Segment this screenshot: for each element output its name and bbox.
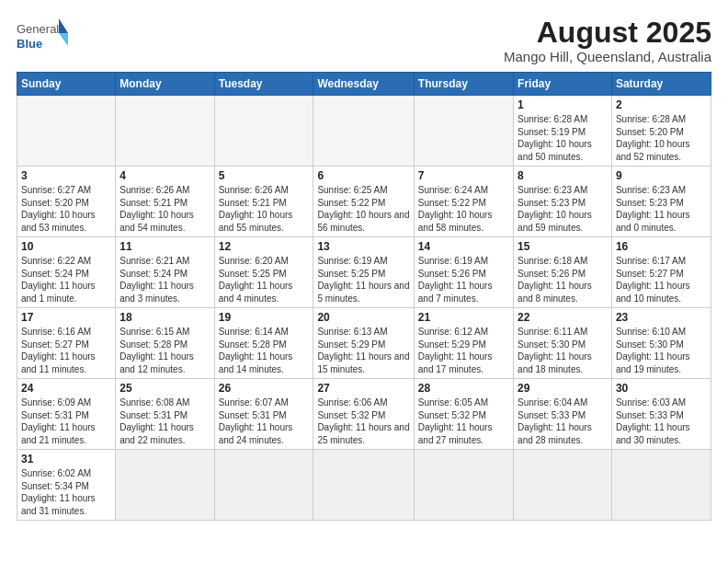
table-row: 23Sunrise: 6:10 AM Sunset: 5:30 PM Dayli… <box>611 308 711 379</box>
table-row <box>17 96 116 167</box>
table-row: 17Sunrise: 6:16 AM Sunset: 5:27 PM Dayli… <box>17 308 116 379</box>
generalblue-logo-icon: General Blue <box>17 17 68 55</box>
day-info: Sunrise: 6:24 AM Sunset: 5:22 PM Dayligh… <box>418 184 509 234</box>
day-info: Sunrise: 6:25 AM Sunset: 5:22 PM Dayligh… <box>317 184 409 234</box>
day-number: 5 <box>219 169 310 182</box>
table-row: 29Sunrise: 6:04 AM Sunset: 5:33 PM Dayli… <box>514 379 612 450</box>
logo: General Blue <box>17 17 68 55</box>
day-info: Sunrise: 6:21 AM Sunset: 5:24 PM Dayligh… <box>119 255 210 304</box>
title-block: August 2025 Mango Hill, Queensland, Aust… <box>504 17 711 64</box>
day-info: Sunrise: 6:08 AM Sunset: 5:31 PM Dayligh… <box>119 396 210 446</box>
day-number: 30 <box>616 382 707 395</box>
table-row: 20Sunrise: 6:13 AM Sunset: 5:29 PM Dayli… <box>313 308 414 379</box>
table-row: 6Sunrise: 6:25 AM Sunset: 5:22 PM Daylig… <box>313 167 414 237</box>
table-row: 3Sunrise: 6:27 AM Sunset: 5:20 PM Daylig… <box>17 167 116 237</box>
day-number: 8 <box>518 169 608 182</box>
day-number: 2 <box>616 98 707 111</box>
calendar-week-row: 31Sunrise: 6:02 AM Sunset: 5:34 PM Dayli… <box>17 450 711 521</box>
day-number: 1 <box>518 98 608 111</box>
day-info: Sunrise: 6:22 AM Sunset: 5:24 PM Dayligh… <box>21 255 111 304</box>
day-number: 18 <box>119 311 210 324</box>
table-row <box>116 96 214 167</box>
day-info: Sunrise: 6:18 AM Sunset: 5:26 PM Dayligh… <box>518 255 608 304</box>
table-row: 16Sunrise: 6:17 AM Sunset: 5:27 PM Dayli… <box>611 237 711 308</box>
col-wednesday: Wednesday <box>313 73 414 96</box>
table-row: 11Sunrise: 6:21 AM Sunset: 5:24 PM Dayli… <box>116 237 214 308</box>
day-number: 27 <box>317 382 409 395</box>
day-number: 29 <box>518 382 608 395</box>
day-info: Sunrise: 6:11 AM Sunset: 5:30 PM Dayligh… <box>518 326 608 375</box>
table-row: 2Sunrise: 6:28 AM Sunset: 5:20 PM Daylig… <box>611 96 711 167</box>
calendar-week-row: 1Sunrise: 6:28 AM Sunset: 5:19 PM Daylig… <box>17 96 711 167</box>
calendar-week-row: 24Sunrise: 6:09 AM Sunset: 5:31 PM Dayli… <box>17 379 711 450</box>
table-row: 4Sunrise: 6:26 AM Sunset: 5:21 PM Daylig… <box>116 167 214 237</box>
day-info: Sunrise: 6:07 AM Sunset: 5:31 PM Dayligh… <box>219 396 310 446</box>
day-number: 12 <box>219 240 310 253</box>
table-row: 25Sunrise: 6:08 AM Sunset: 5:31 PM Dayli… <box>116 379 214 450</box>
page: General Blue August 2025 Mango Hill, Que… <box>0 0 728 563</box>
day-info: Sunrise: 6:05 AM Sunset: 5:32 PM Dayligh… <box>418 396 509 446</box>
svg-marker-3 <box>59 33 68 46</box>
calendar-title: August 2025 <box>504 17 711 49</box>
day-info: Sunrise: 6:26 AM Sunset: 5:21 PM Dayligh… <box>219 184 310 234</box>
day-number: 20 <box>317 311 409 324</box>
day-number: 19 <box>219 311 310 324</box>
col-sunday: Sunday <box>17 73 116 96</box>
day-number: 7 <box>418 169 509 182</box>
day-number: 11 <box>119 240 210 253</box>
table-row: 10Sunrise: 6:22 AM Sunset: 5:24 PM Dayli… <box>17 237 116 308</box>
day-info: Sunrise: 6:12 AM Sunset: 5:29 PM Dayligh… <box>418 326 509 375</box>
day-info: Sunrise: 6:20 AM Sunset: 5:25 PM Dayligh… <box>219 255 310 304</box>
table-row: 15Sunrise: 6:18 AM Sunset: 5:26 PM Dayli… <box>514 237 612 308</box>
table-row: 22Sunrise: 6:11 AM Sunset: 5:30 PM Dayli… <box>514 308 612 379</box>
day-number: 9 <box>616 169 707 182</box>
table-row: 13Sunrise: 6:19 AM Sunset: 5:25 PM Dayli… <box>313 237 414 308</box>
day-number: 13 <box>317 240 409 253</box>
table-row: 21Sunrise: 6:12 AM Sunset: 5:29 PM Dayli… <box>414 308 513 379</box>
day-info: Sunrise: 6:13 AM Sunset: 5:29 PM Dayligh… <box>317 326 409 375</box>
day-number: 22 <box>518 311 608 324</box>
calendar-week-row: 17Sunrise: 6:16 AM Sunset: 5:27 PM Dayli… <box>17 308 711 379</box>
calendar-week-row: 3Sunrise: 6:27 AM Sunset: 5:20 PM Daylig… <box>17 167 711 237</box>
table-row: 30Sunrise: 6:03 AM Sunset: 5:33 PM Dayli… <box>611 379 711 450</box>
day-info: Sunrise: 6:09 AM Sunset: 5:31 PM Dayligh… <box>21 396 111 446</box>
col-saturday: Saturday <box>611 73 711 96</box>
day-number: 14 <box>418 240 509 253</box>
day-info: Sunrise: 6:16 AM Sunset: 5:27 PM Dayligh… <box>21 326 111 375</box>
table-row: 12Sunrise: 6:20 AM Sunset: 5:25 PM Dayli… <box>214 237 313 308</box>
table-row <box>214 96 313 167</box>
day-info: Sunrise: 6:27 AM Sunset: 5:20 PM Dayligh… <box>21 184 111 234</box>
table-row: 14Sunrise: 6:19 AM Sunset: 5:26 PM Dayli… <box>414 237 513 308</box>
table-row <box>414 96 513 167</box>
header: General Blue August 2025 Mango Hill, Que… <box>17 17 711 64</box>
day-number: 24 <box>21 382 111 395</box>
day-info: Sunrise: 6:28 AM Sunset: 5:19 PM Dayligh… <box>518 113 608 163</box>
calendar-week-row: 10Sunrise: 6:22 AM Sunset: 5:24 PM Dayli… <box>17 237 711 308</box>
day-number: 10 <box>21 240 111 253</box>
day-number: 16 <box>616 240 707 253</box>
table-row: 1Sunrise: 6:28 AM Sunset: 5:19 PM Daylig… <box>514 96 612 167</box>
day-info: Sunrise: 6:19 AM Sunset: 5:25 PM Dayligh… <box>317 255 409 304</box>
day-info: Sunrise: 6:19 AM Sunset: 5:26 PM Dayligh… <box>418 255 509 304</box>
table-row: 18Sunrise: 6:15 AM Sunset: 5:28 PM Dayli… <box>116 308 214 379</box>
day-number: 4 <box>119 169 210 182</box>
col-tuesday: Tuesday <box>214 73 313 96</box>
table-row: 5Sunrise: 6:26 AM Sunset: 5:21 PM Daylig… <box>214 167 313 237</box>
table-row: 7Sunrise: 6:24 AM Sunset: 5:22 PM Daylig… <box>414 167 513 237</box>
table-row: 8Sunrise: 6:23 AM Sunset: 5:23 PM Daylig… <box>514 167 612 237</box>
col-thursday: Thursday <box>414 73 513 96</box>
day-number: 6 <box>317 169 409 182</box>
day-info: Sunrise: 6:28 AM Sunset: 5:20 PM Dayligh… <box>616 113 707 163</box>
day-number: 23 <box>616 311 707 324</box>
svg-marker-2 <box>59 18 68 33</box>
table-row: 19Sunrise: 6:14 AM Sunset: 5:28 PM Dayli… <box>214 308 313 379</box>
col-friday: Friday <box>514 73 612 96</box>
day-number: 28 <box>418 382 509 395</box>
day-number: 15 <box>518 240 608 253</box>
calendar-table: Sunday Monday Tuesday Wednesday Thursday… <box>17 72 711 521</box>
day-info: Sunrise: 6:03 AM Sunset: 5:33 PM Dayligh… <box>616 396 707 446</box>
table-row <box>313 450 414 521</box>
day-number: 17 <box>21 311 111 324</box>
day-info: Sunrise: 6:15 AM Sunset: 5:28 PM Dayligh… <box>119 326 210 375</box>
table-row <box>116 450 214 521</box>
